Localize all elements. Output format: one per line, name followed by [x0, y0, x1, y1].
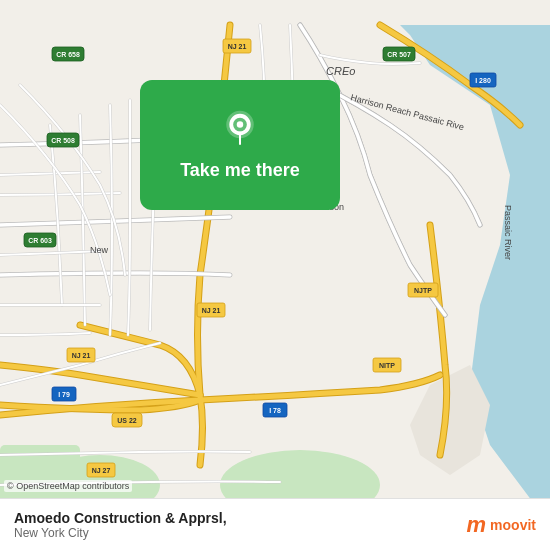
- svg-text:CR 507: CR 507: [387, 51, 411, 58]
- take-me-there-label: Take me there: [180, 160, 300, 181]
- osm-attribution: © OpenStreetMap contributors: [4, 480, 132, 492]
- svg-text:CR 658: CR 658: [56, 51, 80, 58]
- location-pin-icon: [219, 110, 261, 152]
- passaic-river-vert: Passaic River: [503, 205, 513, 260]
- svg-text:NITP: NITP: [379, 362, 395, 369]
- svg-text:NJ 21: NJ 21: [72, 352, 91, 359]
- newark-label: New: [90, 245, 109, 255]
- svg-text:US 22: US 22: [117, 417, 137, 424]
- moovit-m-icon: m: [467, 512, 487, 538]
- svg-marker-0: [470, 25, 550, 525]
- svg-text:NJTP: NJTP: [414, 287, 432, 294]
- svg-text:CR 603: CR 603: [28, 237, 52, 244]
- svg-text:I 280: I 280: [475, 77, 491, 84]
- take-me-there-button[interactable]: Take me there: [140, 80, 340, 210]
- svg-text:NJ 21: NJ 21: [202, 307, 221, 314]
- business-location: New York City: [14, 526, 227, 540]
- business-name: Amoedo Construction & Apprsl,: [14, 510, 227, 526]
- svg-text:I 78: I 78: [269, 407, 281, 414]
- svg-text:I 79: I 79: [58, 391, 70, 398]
- svg-text:CR 508: CR 508: [51, 137, 75, 144]
- moovit-text: moovit: [490, 517, 536, 533]
- business-info: Amoedo Construction & Apprsl, New York C…: [14, 510, 227, 540]
- map-container: Harrison Reach Passaic Rive Harrison New…: [0, 0, 550, 550]
- svg-text:NJ 27: NJ 27: [92, 467, 111, 474]
- creo-label: CREo: [326, 65, 355, 77]
- bottom-bar: Amoedo Construction & Apprsl, New York C…: [0, 498, 550, 550]
- moovit-logo[interactable]: m moovit: [467, 512, 536, 538]
- svg-text:NJ 21: NJ 21: [228, 43, 247, 50]
